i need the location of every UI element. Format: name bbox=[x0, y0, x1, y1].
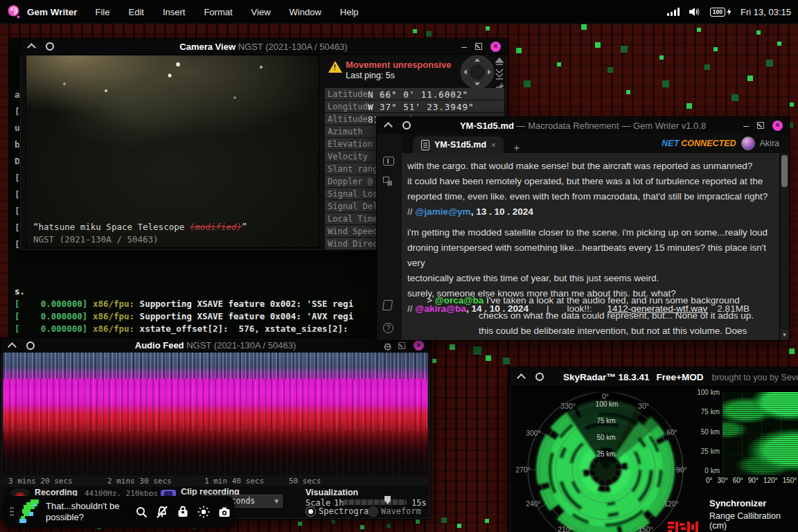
scrollbar[interactable]: ▾ bbox=[779, 153, 789, 340]
synchronizer-panel: Synchronizer Range Callibration (cm) Bit… bbox=[709, 498, 798, 532]
volume-icon[interactable] bbox=[689, 6, 701, 17]
tab-ym-s1d5[interactable]: YM-S1d5.md × bbox=[413, 136, 504, 153]
search-icon[interactable] bbox=[134, 505, 148, 519]
audio-titlebar[interactable]: Audio Feed NGST (2021-130A / 50463) – × bbox=[1, 338, 430, 353]
notification-bar[interactable]: That...shouldn't be possible? bbox=[4, 496, 234, 528]
eject-icon bbox=[496, 58, 503, 62]
user-handle[interactable]: @orca@ba bbox=[435, 295, 484, 305]
window-shade-icon[interactable] bbox=[517, 373, 526, 382]
radar-angle-label: 150° bbox=[638, 525, 653, 532]
visualization-label: Visualization bbox=[305, 488, 358, 497]
camera-title: Camera View NGST (2021-130A / 50463) bbox=[20, 42, 507, 52]
menu-file[interactable]: File bbox=[96, 7, 110, 17]
audio-title: Audio Feed NGST (2021-130A / 50463) bbox=[1, 340, 430, 351]
joystick-knob[interactable] bbox=[470, 64, 485, 80]
menu-insert[interactable]: Insert bbox=[163, 7, 186, 17]
joystick-up-icon[interactable] bbox=[475, 58, 480, 62]
menu-window[interactable]: Window bbox=[290, 7, 321, 17]
dolphin-icon bbox=[19, 499, 40, 524]
blocks-icon[interactable] bbox=[383, 177, 389, 183]
radar-angle-label: 240° bbox=[526, 499, 541, 508]
battery-icon: 100 bbox=[710, 8, 732, 17]
panel-toggle-icon[interactable] bbox=[383, 157, 394, 166]
range-calibration-label[interactable]: Range Callibration (cm) bbox=[709, 511, 798, 531]
connected-status: CONNECTED bbox=[681, 139, 736, 148]
timeline-label: 3 mins 20 secs bbox=[8, 477, 73, 486]
close-button[interactable]: × bbox=[490, 42, 501, 52]
restore-button[interactable] bbox=[757, 122, 764, 129]
joystick-right-icon[interactable] bbox=[488, 69, 491, 75]
gear-icon[interactable]: ⚙ bbox=[383, 342, 392, 352]
audio-timeline[interactable]: 3 mins 20 secs 2 mins 30 secs 1 min 40 s… bbox=[3, 475, 428, 486]
pages-icon[interactable] bbox=[382, 300, 393, 310]
star-dots bbox=[26, 55, 28, 57]
waterfall-y-label: 0 km bbox=[678, 467, 720, 475]
restore-button[interactable] bbox=[475, 43, 482, 50]
window-anchor-icon[interactable] bbox=[535, 373, 544, 381]
radar-angle-label: 30° bbox=[638, 402, 649, 410]
waterfall-x-axis: 0°30°60°90°120°150°180°210° bbox=[706, 477, 798, 484]
editor-content[interactable]: with the cargo. that would make sense! b… bbox=[402, 153, 780, 340]
menu-edit[interactable]: Edit bbox=[128, 7, 143, 17]
radar-angle-label: 120° bbox=[664, 499, 679, 508]
signal-icon bbox=[667, 8, 680, 16]
close-button[interactable]: × bbox=[414, 340, 424, 351]
editor-tabbar: YM-S1d5.md × + NET CONNECTED Akira bbox=[402, 134, 789, 153]
window-anchor-icon[interactable] bbox=[26, 342, 35, 350]
menu-view[interactable]: View bbox=[251, 7, 271, 17]
timeline-label: 2 mins 30 secs bbox=[107, 477, 172, 486]
user-handle[interactable]: @jamie@ym bbox=[415, 206, 470, 217]
new-tab-button[interactable]: + bbox=[513, 141, 520, 153]
waterfall-y-label: 25 km bbox=[678, 447, 720, 455]
radar-titlebar[interactable]: SkyRadar™ 18.3.41Free+MODbrought to you … bbox=[510, 368, 798, 387]
help-icon[interactable]: ? bbox=[383, 323, 393, 333]
drag-handle-icon[interactable] bbox=[10, 506, 14, 517]
scale-slider-track[interactable] bbox=[343, 499, 407, 505]
charging-bolt-icon bbox=[727, 8, 732, 16]
minimize-button[interactable]: – bbox=[743, 122, 749, 129]
scroll-down-arrow[interactable]: ▾ bbox=[780, 330, 789, 340]
window-shade-icon[interactable] bbox=[384, 122, 393, 131]
window-anchor-icon[interactable] bbox=[46, 42, 54, 51]
radar-angle-label: 0° bbox=[602, 392, 609, 400]
terminal-line: [ 0.000000] x86/fpu: xstate_offset[2]: 5… bbox=[15, 323, 353, 335]
radar-scope bbox=[510, 386, 704, 532]
minimize-button[interactable]: – bbox=[461, 43, 467, 50]
waveform-radio[interactable] bbox=[368, 506, 378, 517]
radar-angle-label: 270° bbox=[515, 466, 531, 474]
window-shade-icon[interactable] bbox=[8, 342, 17, 351]
camera-icon[interactable] bbox=[218, 505, 231, 519]
timeline-label: 1 min 40 secs bbox=[204, 477, 264, 486]
editor-titlebar[interactable]: YM-S1d5.md — Macrodata Refinement — Gem … bbox=[377, 117, 789, 134]
editor-sidebar: ? ⚙ bbox=[377, 134, 402, 340]
restore-button[interactable] bbox=[398, 342, 405, 349]
desktop: a [ u b D [ [ [ [ [ s. [ 0.000000] x86/f… bbox=[0, 0, 798, 532]
reply-paragraph: > @orca@ba I've taken a look at the audi… bbox=[407, 293, 776, 339]
app-logo-icon[interactable] bbox=[6, 4, 21, 19]
joystick-down-icon[interactable] bbox=[475, 82, 480, 86]
spectrogram-radio[interactable] bbox=[305, 506, 316, 517]
spectrogram-display[interactable] bbox=[3, 353, 428, 475]
menubar-clock: Fri 13, 03:15 bbox=[741, 7, 791, 17]
brightness-icon[interactable] bbox=[197, 505, 211, 519]
radar-title: SkyRadar™ 18.3.41Free+MODbrought to you … bbox=[563, 372, 798, 382]
app-name[interactable]: Gem Writer bbox=[27, 7, 78, 17]
tab-close-icon[interactable]: × bbox=[491, 141, 495, 149]
joystick-left-icon[interactable] bbox=[463, 69, 467, 75]
avatar[interactable] bbox=[741, 136, 755, 150]
bag-icon[interactable] bbox=[176, 505, 190, 519]
notifications-muted-icon[interactable] bbox=[155, 505, 169, 519]
window-anchor-icon[interactable] bbox=[402, 121, 411, 130]
waterfall-y-label: 75 km bbox=[678, 408, 720, 416]
camera-joystick[interactable] bbox=[461, 55, 494, 89]
menu-format[interactable]: Format bbox=[204, 7, 232, 17]
scrollbar-thumb[interactable] bbox=[781, 155, 788, 187]
close-button[interactable]: × bbox=[772, 121, 783, 131]
menu-help[interactable]: Help bbox=[340, 7, 359, 17]
chevrons-down-icon bbox=[496, 69, 503, 73]
camera-caption: “hatsune miku Space Telescope (modified)… bbox=[33, 222, 247, 232]
spectrogram-radio-label[interactable]: Spectrogram bbox=[319, 506, 373, 516]
waveform-radio-label[interactable]: Waveform bbox=[381, 506, 421, 516]
window-shade-icon[interactable] bbox=[27, 43, 36, 52]
camera-titlebar[interactable]: Camera View NGST (2021-130A / 50463) – × bbox=[20, 39, 507, 55]
